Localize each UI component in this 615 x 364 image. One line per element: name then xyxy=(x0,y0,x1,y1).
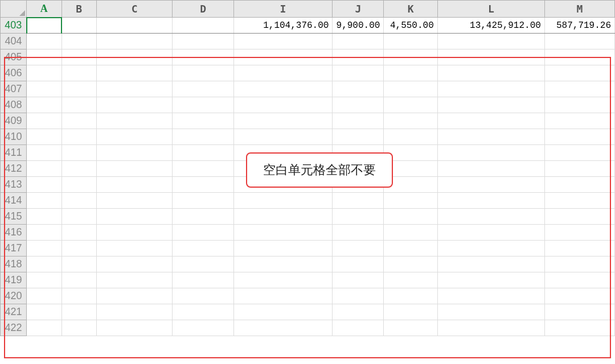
cell-C416[interactable] xyxy=(96,225,173,241)
cell-B407[interactable] xyxy=(62,81,96,97)
cell-D407[interactable] xyxy=(173,81,233,97)
cell-B417[interactable] xyxy=(62,241,96,257)
cell-B414[interactable] xyxy=(62,193,96,209)
cell-I418[interactable] xyxy=(233,257,333,272)
cell-K403[interactable]: 4,550.00 xyxy=(384,18,437,34)
cell-J409[interactable] xyxy=(333,113,384,129)
cell-L414[interactable] xyxy=(437,193,544,209)
cell-C409[interactable] xyxy=(96,113,173,129)
cell-D421[interactable] xyxy=(173,304,233,320)
cell-B422[interactable] xyxy=(62,320,96,336)
cell-I403[interactable]: 1,104,376.00 xyxy=(233,18,333,34)
cell-L409[interactable] xyxy=(437,113,544,129)
cell-D408[interactable] xyxy=(173,97,233,113)
cell-K408[interactable] xyxy=(384,97,437,113)
row-header-419[interactable]: 419 xyxy=(1,272,27,288)
cell-A406[interactable] xyxy=(27,65,62,81)
cell-C405[interactable] xyxy=(96,49,173,65)
cell-L411[interactable] xyxy=(437,145,544,161)
cell-M409[interactable] xyxy=(544,113,614,129)
cell-M418[interactable] xyxy=(544,257,614,272)
select-all-corner[interactable] xyxy=(1,1,27,18)
cell-K418[interactable] xyxy=(384,257,437,272)
cell-A403[interactable] xyxy=(27,18,62,34)
cell-D411[interactable] xyxy=(173,145,233,161)
cell-A407[interactable] xyxy=(27,81,62,97)
cell-M405[interactable] xyxy=(544,49,614,65)
cell-M412[interactable] xyxy=(544,161,614,177)
cell-J408[interactable] xyxy=(333,97,384,113)
cell-A412[interactable] xyxy=(27,161,62,177)
cell-B412[interactable] xyxy=(62,161,96,177)
cell-I416[interactable] xyxy=(233,225,333,241)
cell-K409[interactable] xyxy=(384,113,437,129)
column-header-m[interactable]: M xyxy=(544,1,614,18)
cell-I410[interactable] xyxy=(233,129,333,145)
cell-K405[interactable] xyxy=(384,49,437,65)
cell-B411[interactable] xyxy=(62,145,96,161)
cell-B403[interactable] xyxy=(62,18,96,34)
cell-J422[interactable] xyxy=(333,320,384,336)
row-header-411[interactable]: 411 xyxy=(1,145,27,161)
cell-M416[interactable] xyxy=(544,225,614,241)
cell-D414[interactable] xyxy=(173,193,233,209)
cell-A404[interactable] xyxy=(27,34,62,49)
cell-A418[interactable] xyxy=(27,257,62,272)
cell-I419[interactable] xyxy=(233,272,333,288)
row-header-404[interactable]: 404 xyxy=(1,34,27,49)
cell-L405[interactable] xyxy=(437,49,544,65)
cell-M404[interactable] xyxy=(544,34,614,49)
cell-A405[interactable] xyxy=(27,49,62,65)
cell-C414[interactable] xyxy=(96,193,173,209)
cell-K415[interactable] xyxy=(384,209,437,225)
cell-C411[interactable] xyxy=(96,145,173,161)
cell-A411[interactable] xyxy=(27,145,62,161)
cell-C419[interactable] xyxy=(96,272,173,288)
cell-M415[interactable] xyxy=(544,209,614,225)
row-header-417[interactable]: 417 xyxy=(1,241,27,257)
cell-D410[interactable] xyxy=(173,129,233,145)
row-header-413[interactable]: 413 xyxy=(1,177,27,193)
cell-M410[interactable] xyxy=(544,129,614,145)
cell-C413[interactable] xyxy=(96,177,173,193)
cell-L417[interactable] xyxy=(437,241,544,257)
cell-J417[interactable] xyxy=(333,241,384,257)
cell-K414[interactable] xyxy=(384,193,437,209)
cell-L422[interactable] xyxy=(437,320,544,336)
cell-D422[interactable] xyxy=(173,320,233,336)
cell-J414[interactable] xyxy=(333,193,384,209)
cell-I421[interactable] xyxy=(233,304,333,320)
cell-K404[interactable] xyxy=(384,34,437,49)
row-header-408[interactable]: 408 xyxy=(1,97,27,113)
cell-D416[interactable] xyxy=(173,225,233,241)
cell-C417[interactable] xyxy=(96,241,173,257)
cell-D406[interactable] xyxy=(173,65,233,81)
row-header-406[interactable]: 406 xyxy=(1,65,27,81)
cell-C412[interactable] xyxy=(96,161,173,177)
cell-J418[interactable] xyxy=(333,257,384,272)
cell-B413[interactable] xyxy=(62,177,96,193)
cell-B404[interactable] xyxy=(62,34,96,49)
cell-D405[interactable] xyxy=(173,49,233,65)
cell-A416[interactable] xyxy=(27,225,62,241)
cell-J416[interactable] xyxy=(333,225,384,241)
cell-J403[interactable]: 9,900.00 xyxy=(333,18,384,34)
cell-I406[interactable] xyxy=(233,65,333,81)
cell-M403[interactable]: 587,719.26 xyxy=(544,18,614,34)
cell-J421[interactable] xyxy=(333,304,384,320)
cell-A422[interactable] xyxy=(27,320,62,336)
row-header-410[interactable]: 410 xyxy=(1,129,27,145)
cell-K420[interactable] xyxy=(384,288,437,304)
cell-L404[interactable] xyxy=(437,34,544,49)
cell-A414[interactable] xyxy=(27,193,62,209)
cell-C418[interactable] xyxy=(96,257,173,272)
cell-M406[interactable] xyxy=(544,65,614,81)
cell-I409[interactable] xyxy=(233,113,333,129)
cell-M419[interactable] xyxy=(544,272,614,288)
cell-D420[interactable] xyxy=(173,288,233,304)
row-header-403[interactable]: 403 xyxy=(1,18,27,34)
cell-A419[interactable] xyxy=(27,272,62,288)
cell-M413[interactable] xyxy=(544,177,614,193)
cell-B406[interactable] xyxy=(62,65,96,81)
cell-K419[interactable] xyxy=(384,272,437,288)
